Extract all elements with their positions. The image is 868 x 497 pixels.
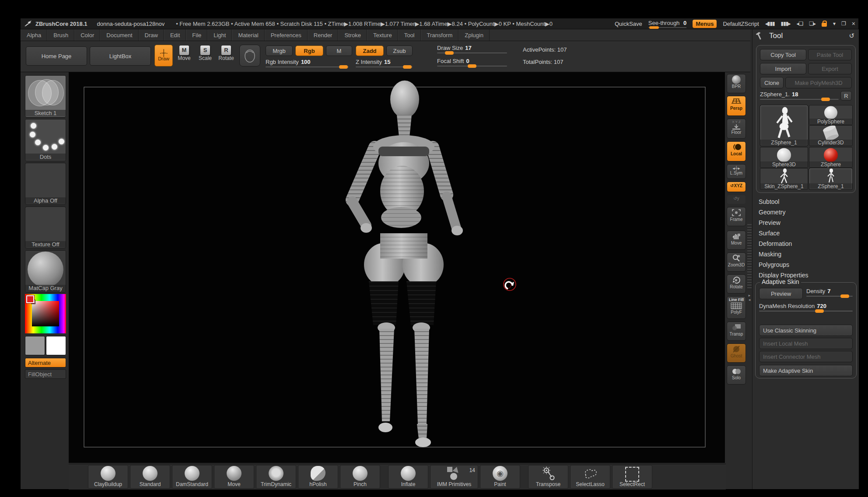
insert-connector-mesh-button[interactable]: Insert Connector Mesh: [759, 351, 853, 362]
menu-texture[interactable]: Texture: [367, 29, 398, 41]
section-geometry[interactable]: Geometry: [759, 207, 808, 217]
restore-button[interactable]: ❐: [841, 21, 846, 27]
current-material-thumbnail[interactable]: MatCap Gray: [25, 250, 66, 292]
brush-standard[interactable]: Standard: [130, 465, 170, 489]
preview-button[interactable]: Preview: [759, 288, 803, 299]
menu-document[interactable]: Document: [100, 29, 138, 41]
menu-preferences[interactable]: Preferences: [265, 29, 308, 41]
density-handle[interactable]: [840, 294, 849, 298]
menu-light[interactable]: Light: [207, 29, 232, 41]
floor-button[interactable]: X Y Z Floor: [727, 119, 746, 139]
rgb-intensity-handle[interactable]: [339, 65, 348, 69]
focal-shift-handle[interactable]: [468, 64, 476, 68]
focal-shift-slider[interactable]: Focal Shift0: [437, 58, 507, 66]
clone-button[interactable]: Clone: [760, 77, 784, 88]
brush-imm-primitives[interactable]: 14 IMM Primitives: [430, 465, 478, 489]
rotate-mode-button[interactable]: R Rotate: [217, 46, 236, 61]
m-button[interactable]: M: [326, 46, 352, 56]
document-canvas[interactable]: [69, 72, 725, 463]
insert-local-mesh-button[interactable]: Insert Local Mesh: [759, 338, 853, 349]
export-button[interactable]: Export: [808, 63, 852, 74]
zsub-button[interactable]: Zsub: [386, 46, 413, 56]
solo-button[interactable]: Solo: [727, 365, 746, 385]
density-slider[interactable]: Density7: [806, 288, 853, 297]
shelf-collapse-arrows[interactable]: ▸◂: [746, 293, 752, 302]
current-stroke-thumbnail[interactable]: Dots: [25, 119, 66, 161]
transp-button[interactable]: Transp: [727, 322, 746, 341]
brush-selectlasso[interactable]: SelectLasso: [570, 465, 610, 489]
current-brush-thumbnail[interactable]: Sketch 1: [25, 75, 66, 117]
background-color-swatch[interactable]: [46, 336, 66, 355]
local-button[interactable]: Local: [727, 141, 746, 161]
xyz-button[interactable]: ↺XYZ: [727, 182, 746, 192]
use-classic-skinning-button[interactable]: Use Classic Skinning: [759, 325, 853, 336]
default-zscript-button[interactable]: DefaultZScript: [723, 21, 759, 27]
saturation-value-square[interactable]: [32, 301, 59, 326]
see-through-slider[interactable]: See-through 0: [648, 20, 686, 28]
dynamesh-handle[interactable]: [815, 309, 824, 313]
section-preview[interactable]: Preview: [759, 217, 808, 228]
menu-render[interactable]: Render: [308, 29, 339, 41]
tool-reset-icon[interactable]: ↺: [849, 32, 854, 40]
color-picker[interactable]: [25, 294, 66, 333]
menu-draw[interactable]: Draw: [139, 29, 164, 41]
zadd-button[interactable]: Zadd: [356, 46, 384, 56]
home-page-button[interactable]: Home Page: [26, 46, 87, 66]
divider-right-icon[interactable]: ▮▮▮▸: [781, 21, 791, 27]
section-surface[interactable]: Surface: [759, 228, 808, 238]
close-button[interactable]: ×: [852, 20, 855, 27]
draw-size-handle[interactable]: [445, 51, 454, 55]
section-subtool[interactable]: Subtool: [759, 196, 808, 207]
brush-trimdynamic[interactable]: TrimDynamic: [256, 465, 296, 489]
brush-hpolish[interactable]: hPolish: [298, 465, 338, 489]
divider-left-icon[interactable]: ◂▮▮▮: [765, 21, 775, 27]
fillobject-button[interactable]: FillObject: [25, 369, 66, 379]
stroke-preview-button[interactable]: [239, 45, 260, 66]
rotate-view-button[interactable]: Rotate: [727, 274, 746, 294]
alternate-button[interactable]: Alternate: [25, 358, 66, 368]
tool-item-handle[interactable]: [821, 98, 830, 101]
tool-thumb-polysphere[interactable]: PolySphere: [809, 105, 853, 125]
menu-tool[interactable]: Tool: [398, 29, 421, 41]
section-deformation[interactable]: Deformation: [759, 238, 808, 249]
section-polygroups[interactable]: Polygroups: [759, 259, 808, 270]
brush-damstandard[interactable]: DamStandard: [172, 465, 212, 489]
move-mode-button[interactable]: M Move: [175, 46, 194, 61]
brush-claybuildup[interactable]: ClayBuildup: [88, 465, 128, 489]
menu-brush[interactable]: Brush: [47, 29, 74, 41]
frame-button[interactable]: Frame: [727, 207, 746, 226]
see-through-handle[interactable]: [649, 26, 659, 29]
brush-selectrect[interactable]: SelectRect: [612, 465, 652, 489]
dock-right-icon[interactable]: ❏▸: [809, 21, 816, 27]
rgb-button[interactable]: Rgb: [295, 46, 323, 56]
quicksave-button[interactable]: QuickSave: [615, 21, 642, 27]
brush-transpose[interactable]: Transpose: [528, 465, 568, 489]
lsym-button[interactable]: ◂┼▸ L.Sym: [727, 164, 746, 179]
tool-thumb-cylinder3d[interactable]: Cylinder3D: [809, 125, 853, 146]
ghost-button[interactable]: Ghost: [727, 343, 746, 363]
minimize-button[interactable]: ▾: [833, 21, 835, 27]
brush-move[interactable]: Move: [214, 465, 254, 489]
brush-pinch[interactable]: Pinch: [340, 465, 380, 489]
shelf-scrollbar[interactable]: [747, 224, 752, 290]
tool-thumb-sphere3d[interactable]: Sphere3D: [760, 147, 808, 168]
brush-paint[interactable]: ◉ Paint: [480, 465, 520, 489]
z-intensity-slider[interactable]: Z Intensity15: [356, 59, 413, 67]
import-button[interactable]: Import: [760, 63, 806, 74]
persp-button[interactable]: Persp: [727, 96, 746, 116]
y-rotate-button[interactable]: ↺y: [727, 195, 746, 204]
bpr-button[interactable]: BPR: [727, 74, 746, 93]
menu-file[interactable]: File: [186, 29, 207, 41]
draw-mode-button[interactable]: ∙┼∙ Draw: [154, 45, 173, 66]
copy-tool-button[interactable]: Copy Tool: [760, 49, 806, 60]
brush-inflate[interactable]: Inflate: [388, 465, 428, 489]
r-button[interactable]: R: [840, 91, 852, 101]
make-polymesh3d-button[interactable]: Make PolyMesh3D: [785, 77, 852, 88]
lightbox-button[interactable]: LightBox: [90, 46, 151, 66]
mrgb-button[interactable]: Mrgb: [266, 46, 293, 56]
tool-thumb-zsphere1-large[interactable]: ZSphere_1: [760, 105, 808, 146]
current-alpha-thumbnail[interactable]: Alpha Off: [25, 163, 66, 205]
menu-alpha[interactable]: Alpha: [21, 29, 47, 41]
menus-toggle-button[interactable]: Menus: [693, 20, 717, 28]
lock-icon[interactable]: [822, 23, 827, 27]
